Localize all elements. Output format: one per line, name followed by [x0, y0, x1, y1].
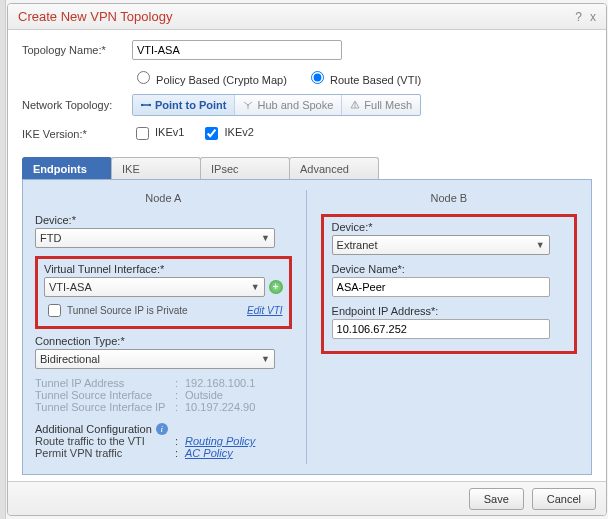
policy-based-radio[interactable]: Policy Based (Crypto Map)	[132, 74, 287, 86]
additional-config-grid: Route traffic to the VTI:Routing Policy …	[35, 435, 292, 459]
node-b-device-name-input[interactable]	[332, 277, 550, 297]
column-divider	[306, 190, 307, 464]
topology-name-input[interactable]	[132, 40, 342, 60]
hub-icon	[243, 100, 253, 110]
routing-policy-link[interactable]: Routing Policy	[185, 435, 255, 447]
topo-full-button[interactable]: Full Mesh	[342, 95, 420, 115]
node-a-vti-select[interactable]: VTI-ASA ▼	[44, 277, 265, 297]
tab-ike[interactable]: IKE	[111, 157, 201, 179]
add-vti-icon[interactable]: +	[269, 280, 283, 294]
node-b-device-label: Device:*	[332, 221, 567, 233]
node-a-device-label: Device:*	[35, 214, 292, 226]
edit-vti-link[interactable]: Edit VTI	[247, 305, 283, 316]
chevron-down-icon: ▼	[251, 282, 260, 292]
endpoints-panel: Node A Device:* FTD ▼ Virtual Tunnel Int…	[22, 179, 592, 475]
svg-line-4	[244, 102, 248, 105]
modal-titlebar: Create New VPN Topology ? x	[8, 4, 606, 30]
node-b-highlight: Device:* Extranet ▼ Device Name*: Endpoi…	[321, 214, 578, 354]
additional-config-title: Additional Configuration i	[35, 423, 292, 435]
fullmesh-icon	[350, 100, 360, 110]
conn-type-select[interactable]: Bidirectional ▼	[35, 349, 275, 369]
ac-policy-link[interactable]: AC Policy	[185, 447, 233, 459]
node-a-device-select[interactable]: FTD ▼	[35, 228, 275, 248]
create-vpn-topology-modal: Create New VPN Topology ? x Topology Nam…	[7, 3, 607, 516]
route-based-radio[interactable]: Route Based (VTI)	[306, 74, 421, 86]
svg-point-2	[149, 104, 151, 106]
node-b-endpoint-ip-input[interactable]	[332, 319, 550, 339]
svg-point-1	[141, 104, 143, 106]
node-a-column: Node A Device:* FTD ▼ Virtual Tunnel Int…	[35, 190, 302, 464]
chevron-down-icon: ▼	[536, 240, 545, 250]
node-a-vti-label: Virtual Tunnel Interface:*	[44, 263, 283, 275]
ikev2-checkbox[interactable]: IKEv2	[201, 126, 253, 138]
ike-version-label: IKE Version:*	[22, 128, 132, 140]
save-button[interactable]: Save	[469, 488, 524, 510]
form-area: Topology Name:* Policy Based (Crypto Map…	[8, 30, 606, 153]
conn-type-label: Connection Type:*	[35, 335, 292, 347]
p2p-icon	[141, 100, 151, 110]
tunnel-src-private-label: Tunnel Source IP is Private	[67, 305, 188, 316]
topology-name-label: Topology Name:*	[22, 44, 132, 56]
network-topology-toggle: Point to Point Hub and Spoke Full Mesh	[132, 94, 421, 116]
node-b-column: Node B Device:* Extranet ▼ Device Name*:	[311, 190, 578, 464]
tab-advanced[interactable]: Advanced	[289, 157, 379, 179]
tunnel-src-private-checkbox[interactable]	[48, 304, 61, 317]
tab-endpoints[interactable]: Endpoints	[22, 157, 112, 179]
topo-hub-button[interactable]: Hub and Spoke	[235, 95, 342, 115]
ikev1-checkbox[interactable]: IKEv1	[132, 126, 184, 138]
modal-footer: Save Cancel	[8, 481, 606, 515]
cancel-button[interactable]: Cancel	[532, 488, 596, 510]
tabs: Endpoints IKE IPsec Advanced	[22, 157, 592, 179]
chevron-down-icon: ▼	[261, 233, 270, 243]
node-a-tunnel-info: Tunnel IP Address:192.168.100.1 Tunnel S…	[35, 377, 292, 413]
close-icon[interactable]: x	[590, 4, 596, 30]
node-a-vti-highlight: Virtual Tunnel Interface:* VTI-ASA ▼ +	[35, 256, 292, 329]
node-b-endpoint-ip-label: Endpoint IP Address*:	[332, 305, 567, 317]
help-icon[interactable]: ?	[575, 4, 582, 30]
chevron-down-icon: ▼	[261, 354, 270, 364]
node-a-title: Node A	[35, 192, 292, 204]
node-b-device-select[interactable]: Extranet ▼	[332, 235, 550, 255]
svg-line-5	[248, 102, 252, 105]
topo-p2p-button[interactable]: Point to Point	[133, 95, 235, 115]
node-b-title: Node B	[321, 192, 578, 204]
modal-title: Create New VPN Topology	[18, 4, 172, 30]
node-b-device-name-label: Device Name*:	[332, 263, 567, 275]
info-icon[interactable]: i	[156, 423, 168, 435]
tab-ipsec[interactable]: IPsec	[200, 157, 290, 179]
network-topology-label: Network Topology:	[22, 99, 132, 111]
